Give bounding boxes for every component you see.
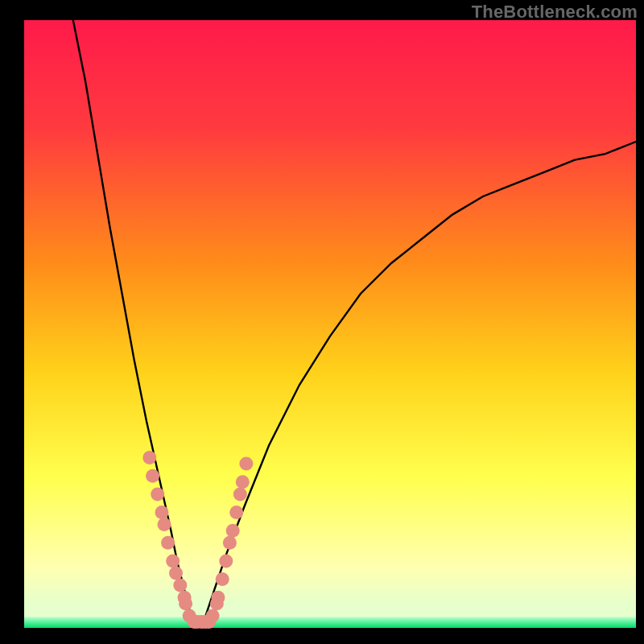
highlight-dot <box>229 506 243 519</box>
plot-gradient-bg <box>24 20 636 628</box>
highlight-dot <box>142 451 156 464</box>
highlight-dot <box>158 518 171 531</box>
highlight-dot <box>155 506 169 519</box>
highlight-dot <box>226 524 240 538</box>
highlight-dot <box>219 555 233 568</box>
plot-area <box>24 20 636 629</box>
highlight-dot <box>166 555 180 568</box>
watermark-text: TheBottleneck.com <box>472 2 638 23</box>
plot-green-band <box>24 617 636 628</box>
highlight-dot <box>211 591 225 605</box>
highlight-dot <box>161 536 175 550</box>
highlight-dot <box>169 567 183 580</box>
highlight-dot <box>233 487 247 501</box>
highlight-dot <box>151 487 164 501</box>
chart-wrapper: TheBottleneck.com <box>0 0 644 644</box>
highlight-dot <box>223 536 237 550</box>
highlight-dot <box>239 457 253 471</box>
highlight-dot <box>179 597 192 610</box>
highlight-dot <box>236 475 250 489</box>
highlight-dot <box>146 469 159 483</box>
highlight-dot <box>216 572 229 586</box>
highlight-dot <box>173 579 187 592</box>
highlight-dot <box>206 609 220 622</box>
bottleneck-chart <box>0 0 644 644</box>
